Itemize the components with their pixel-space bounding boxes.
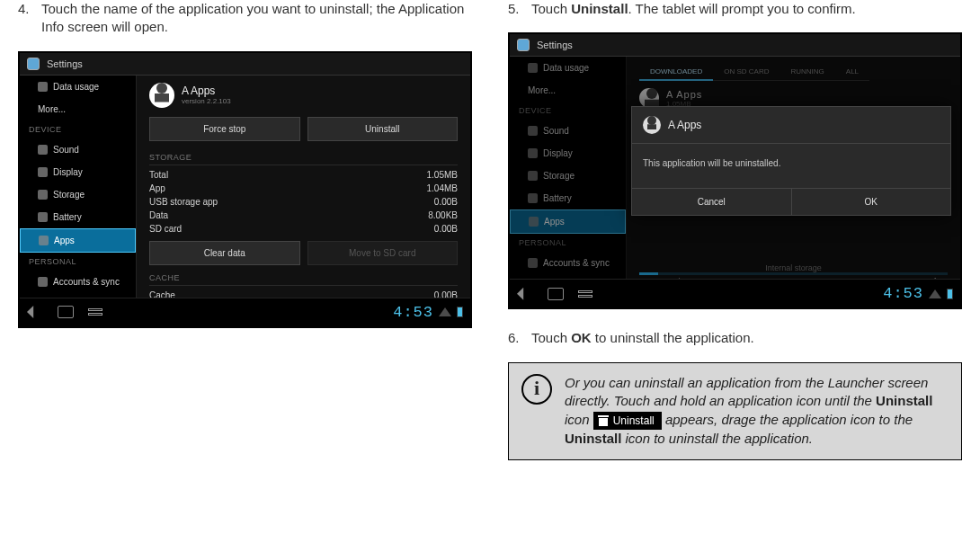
app-icon	[149, 83, 174, 108]
storage-icon	[38, 190, 48, 200]
sidebar-item-accounts[interactable]: Accounts & sync	[510, 252, 626, 274]
screenshot-uninstall-dialog: Settings Data usage More... DEVICE Sound…	[508, 32, 962, 309]
sidebar-item-storage[interactable]: Storage	[510, 165, 626, 187]
storage-icon	[528, 171, 538, 181]
force-stop-button[interactable]: Force stop	[149, 117, 300, 141]
tab-running[interactable]: RUNNING	[780, 64, 834, 81]
uninstall-button[interactable]: Uninstall	[307, 117, 459, 141]
sound-icon	[528, 126, 538, 136]
battery-status-icon	[947, 289, 953, 299]
nav-recent-icon[interactable]	[578, 290, 592, 298]
dialog-title: A Apps	[632, 107, 950, 144]
trash-icon	[598, 415, 609, 426]
sidebar-item-accounts[interactable]: Accounts & sync	[20, 271, 136, 293]
settings-titlebar: Settings	[20, 53, 470, 76]
cache-section-label: CACHE	[149, 271, 458, 286]
sidebar-item-display[interactable]: Display	[510, 142, 626, 165]
settings-sidebar: Data usage More... DEVICE Sound Display …	[510, 57, 627, 289]
step-4: 4. Touch the name of the application you…	[18, 0, 472, 37]
app-version: version 2.2.103	[182, 97, 231, 105]
sidebar-item-apps[interactable]: Apps	[20, 228, 136, 253]
step-5-body: Touch Uninstall. The tablet will prompt …	[531, 0, 962, 18]
dialog-body: This application will be uninstalled.	[632, 144, 950, 188]
sidebar-header-personal: PERSONAL	[510, 234, 626, 252]
settings-gear-icon	[517, 39, 530, 51]
uninstall-dialog: A Apps This application will be uninstal…	[631, 106, 951, 216]
nav-back-icon[interactable]	[27, 306, 43, 318]
nav-back-icon[interactable]	[517, 288, 533, 300]
storage-title: Internal storage	[639, 263, 948, 272]
sidebar-item-more[interactable]: More...	[510, 79, 626, 102]
right-column: 5. Touch Uninstall. The tablet will prom…	[508, 0, 962, 460]
app-name: A Apps	[182, 85, 231, 97]
status-bar: 4:53	[393, 304, 463, 321]
sidebar-item-storage[interactable]: Storage	[20, 183, 136, 206]
left-column: 4. Touch the name of the application you…	[18, 0, 472, 460]
data-usage-icon	[38, 82, 48, 92]
tab-all[interactable]: ALL	[835, 64, 869, 81]
sidebar-item-data-usage[interactable]: Data usage	[20, 76, 136, 98]
cancel-button[interactable]: Cancel	[632, 189, 792, 215]
tab-downloaded[interactable]: DOWNLOADED	[639, 64, 713, 81]
nav-recent-icon[interactable]	[88, 308, 102, 316]
sidebar-item-display[interactable]: Display	[20, 161, 136, 183]
system-navbar: 4:53	[510, 279, 960, 307]
move-to-sd-button: Move to SD card	[307, 241, 459, 265]
clock-text: 4:53	[883, 285, 923, 302]
nav-home-icon[interactable]	[548, 288, 564, 300]
clear-data-button[interactable]: Clear data	[149, 241, 300, 265]
step-6-body: Touch OK to uninstall the application.	[531, 329, 962, 347]
data-usage-icon	[528, 63, 538, 73]
system-navbar: 4:53	[20, 298, 470, 326]
list-app-name: A Apps	[666, 89, 702, 100]
display-icon	[38, 167, 48, 177]
settings-titlebar: Settings	[510, 34, 960, 57]
sidebar-item-battery[interactable]: Battery	[20, 206, 136, 228]
tab-on-sd-card[interactable]: ON SD CARD	[713, 64, 780, 81]
settings-title: Settings	[537, 40, 573, 50]
row-usb: USB storage app0.00B	[149, 195, 458, 209]
step-4-body: Touch the name of the application you wa…	[41, 0, 472, 37]
apps-icon	[39, 236, 49, 245]
dialog-app-icon	[643, 116, 661, 134]
nav-home-icon[interactable]	[58, 306, 74, 318]
apps-icon	[529, 217, 539, 227]
uninstall-chip: Uninstall	[593, 412, 662, 431]
sidebar-header-device: DEVICE	[510, 102, 626, 120]
tip-info-box: i Or you can uninstall an application fr…	[508, 362, 962, 460]
row-sd: SD card0.00B	[149, 222, 458, 236]
status-bar: 4:53	[883, 285, 953, 302]
step-5-number: 5.	[508, 0, 531, 18]
row-data: Data8.00KB	[149, 209, 458, 222]
step-6: 6. Touch OK to uninstall the application…	[508, 329, 962, 347]
sidebar-item-sound[interactable]: Sound	[510, 120, 626, 142]
storage-section-label: STORAGE	[149, 150, 458, 165]
wifi-icon	[439, 307, 451, 316]
sidebar-item-sound[interactable]: Sound	[20, 138, 136, 161]
step-6-number: 6.	[508, 329, 531, 347]
battery-icon	[38, 212, 48, 222]
app-icon	[639, 88, 659, 108]
sidebar-item-apps[interactable]: Apps	[510, 209, 626, 234]
row-total: Total1.05MB	[149, 168, 458, 182]
step-4-number: 4.	[18, 0, 41, 37]
sound-icon	[38, 145, 48, 155]
ok-button[interactable]: OK	[792, 189, 951, 215]
accounts-icon	[528, 258, 538, 268]
app-info-pane: A Apps version 2.2.103 Force stop Uninst…	[137, 76, 470, 307]
settings-title: Settings	[47, 58, 83, 69]
settings-gear-icon	[27, 58, 40, 70]
apps-tabs: DOWNLOADED ON SD CARD RUNNING ALL	[639, 64, 948, 81]
display-icon	[528, 148, 538, 158]
battery-status-icon	[457, 307, 463, 317]
sidebar-item-data-usage[interactable]: Data usage	[510, 57, 626, 79]
sidebar-item-battery[interactable]: Battery	[510, 187, 626, 209]
clock-text: 4:53	[393, 304, 433, 321]
wifi-icon	[929, 289, 941, 298]
step-5: 5. Touch Uninstall. The tablet will prom…	[508, 0, 962, 18]
row-app: App1.04MB	[149, 182, 458, 195]
screenshot-app-info: Settings Data usage More... DEVICE Sound…	[18, 51, 472, 328]
sidebar-item-more[interactable]: More...	[20, 98, 136, 120]
sidebar-header-device: DEVICE	[20, 120, 136, 138]
info-icon: i	[521, 374, 552, 405]
